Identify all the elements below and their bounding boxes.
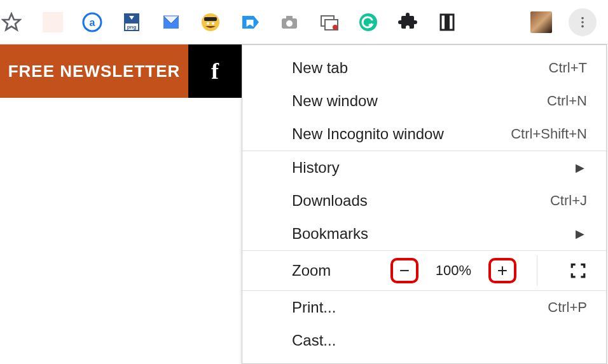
menu-shortcut: Ctrl+N bbox=[547, 93, 587, 109]
svg-point-12 bbox=[207, 22, 209, 25]
svg-rect-25 bbox=[445, 15, 450, 30]
menu-label: New window bbox=[292, 92, 378, 110]
svg-marker-0 bbox=[3, 13, 20, 29]
menu-item-cast[interactable]: Cast... bbox=[242, 324, 606, 357]
menu-label: Downloads bbox=[292, 192, 368, 210]
browser-toolbar: a png bbox=[0, 0, 608, 44]
newsletter-button[interactable]: FREE NEWSLETTER bbox=[0, 44, 188, 98]
menu-shortcut: Ctrl+T bbox=[549, 60, 588, 76]
svg-marker-15 bbox=[254, 16, 259, 29]
menu-item-new-incognito[interactable]: New Incognito window Ctrl+Shift+N bbox=[242, 118, 606, 151]
fullscreen-button[interactable] bbox=[565, 258, 591, 283]
svg-rect-17 bbox=[286, 16, 293, 20]
menu-item-bookmarks[interactable]: Bookmarks ▶ bbox=[242, 217, 606, 250]
divider bbox=[537, 255, 537, 286]
menu-shortcut: Ctrl+Shift+N bbox=[511, 126, 587, 142]
kebab-menu-icon bbox=[576, 15, 590, 29]
svg-text:png: png bbox=[127, 24, 137, 30]
svg-point-13 bbox=[212, 22, 214, 25]
extension-inbox-icon[interactable] bbox=[159, 10, 183, 34]
menu-label: Cast... bbox=[292, 332, 336, 349]
chrome-main-menu: New tab Ctrl+T New window Ctrl+N New Inc… bbox=[242, 44, 607, 364]
menu-item-new-window[interactable]: New window Ctrl+N bbox=[242, 84, 606, 118]
newsletter-banner: FREE NEWSLETTER f bbox=[0, 44, 242, 98]
reading-list-icon[interactable] bbox=[435, 10, 459, 34]
menu-item-print[interactable]: Print... Ctrl+P bbox=[242, 291, 606, 324]
menu-shortcut: Ctrl+P bbox=[548, 299, 587, 316]
svg-point-27 bbox=[581, 21, 584, 24]
chevron-right-icon: ▶ bbox=[576, 227, 587, 241]
zoom-in-button[interactable]: + bbox=[488, 258, 516, 283]
menu-item-new-tab[interactable]: New tab Ctrl+T bbox=[242, 51, 606, 84]
zoom-out-button[interactable]: − bbox=[390, 258, 418, 283]
menu-label: New tab bbox=[292, 59, 348, 77]
kebab-menu-button[interactable] bbox=[569, 8, 597, 36]
extension-png-download-icon[interactable]: png bbox=[120, 10, 144, 34]
svg-point-28 bbox=[581, 25, 584, 27]
facebook-icon: f bbox=[211, 58, 219, 84]
svg-point-26 bbox=[581, 17, 584, 19]
menu-label: New Incognito window bbox=[292, 125, 444, 143]
extensions-puzzle-icon[interactable] bbox=[396, 10, 420, 34]
menu-shortcut: Ctrl+J bbox=[550, 192, 587, 209]
extension-camera-icon[interactable] bbox=[277, 10, 301, 34]
menu-item-history[interactable]: History ▶ bbox=[242, 151, 606, 184]
fullscreen-icon bbox=[570, 262, 586, 279]
facebook-button[interactable]: f bbox=[188, 44, 242, 98]
plus-icon: + bbox=[497, 262, 508, 280]
newsletter-label: FREE NEWSLETTER bbox=[8, 62, 181, 81]
chevron-right-icon: ▶ bbox=[576, 161, 587, 175]
menu-label: Bookmarks bbox=[292, 225, 368, 243]
svg-rect-11 bbox=[204, 17, 217, 21]
svg-point-10 bbox=[202, 13, 219, 31]
extension-face-icon[interactable] bbox=[198, 10, 223, 34]
svg-point-18 bbox=[286, 20, 293, 27]
extension-blank-icon[interactable] bbox=[41, 10, 65, 34]
menu-item-downloads[interactable]: Downloads Ctrl+J bbox=[242, 184, 606, 217]
extension-grammarly-icon[interactable] bbox=[356, 10, 380, 34]
extension-tag-icon[interactable] bbox=[238, 10, 262, 34]
extension-screenshot-icon[interactable] bbox=[317, 10, 341, 34]
zoom-value: 100% bbox=[430, 262, 477, 279]
profile-avatar[interactable] bbox=[529, 10, 553, 34]
menu-item-zoom: Zoom − 100% + bbox=[242, 250, 606, 291]
extension-a-circle-icon[interactable]: a bbox=[80, 10, 104, 34]
zoom-label: Zoom bbox=[292, 262, 331, 280]
menu-label: Print... bbox=[292, 299, 336, 316]
menu-label: History bbox=[292, 159, 340, 177]
svg-point-21 bbox=[333, 25, 338, 30]
svg-text:a: a bbox=[90, 17, 95, 28]
bookmark-star-icon[interactable] bbox=[0, 8, 25, 36]
minus-icon: − bbox=[399, 262, 410, 280]
